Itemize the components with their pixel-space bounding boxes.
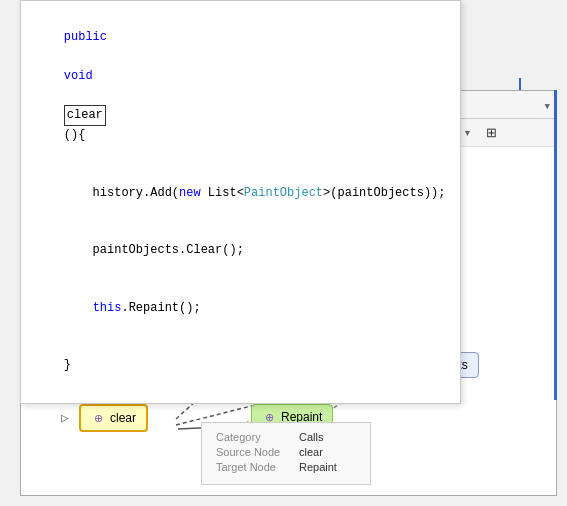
info-row-source: Source Node clear — [216, 446, 356, 458]
code-line-4: this.Repaint(); — [35, 280, 446, 338]
info-category-value: Calls — [299, 431, 323, 443]
keyword-void: void — [64, 69, 93, 83]
info-category-label: Category — [216, 431, 291, 443]
expand-icon: ⊞ — [486, 125, 497, 140]
tab-dropdown-arrow: ▼ — [545, 102, 550, 112]
expand-button[interactable]: ⊞ — [481, 123, 502, 142]
share-arrow: ▼ — [463, 128, 472, 138]
info-row-category: Category Calls — [216, 431, 356, 443]
code-line-5: } — [35, 337, 446, 395]
code-line-3: paintObjects.Clear(); — [35, 222, 446, 280]
info-target-label: Target Node — [216, 461, 291, 473]
info-box: Category Calls Source Node clear Target … — [201, 422, 371, 485]
code-line-2: history.Add(new List<PaintObject>(paintO… — [35, 165, 446, 223]
node-label-clear: clear — [110, 411, 136, 425]
keyword-public: public — [64, 30, 107, 44]
info-source-label: Source Node — [216, 446, 291, 458]
tab-dropdown-btn[interactable]: ▼ — [545, 96, 550, 114]
code-line-1: public void clear (){ — [35, 9, 446, 165]
blue-accent-border — [554, 90, 557, 400]
node-icon-clear: ⊕ — [91, 411, 105, 425]
code-highlight-clear: clear — [64, 105, 106, 126]
info-target-value: Repaint — [299, 461, 337, 473]
node-clear-container: ▷ ⊕ clear — [79, 404, 148, 432]
code-panel: public void clear (){ history.Add(new Li… — [20, 0, 461, 404]
info-source-value: clear — [299, 446, 323, 458]
node-clear[interactable]: ⊕ clear — [79, 404, 148, 432]
expand-clear-icon[interactable]: ▷ — [61, 410, 69, 426]
info-row-target: Target Node Repaint — [216, 461, 356, 473]
